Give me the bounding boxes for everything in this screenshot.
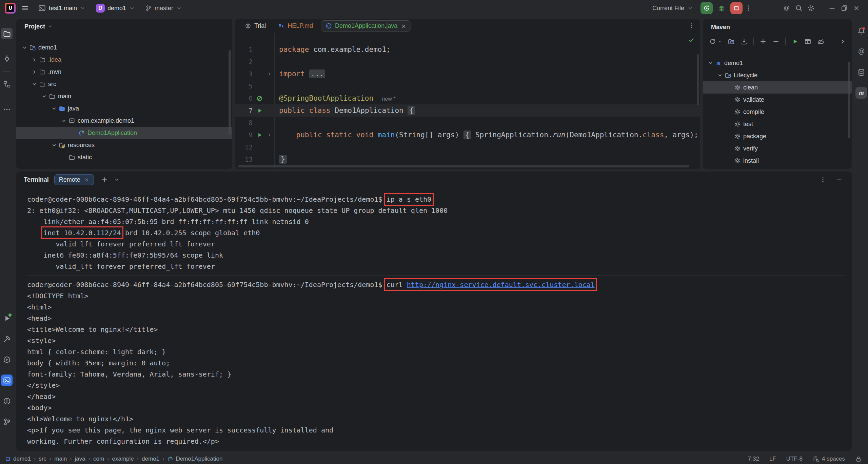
breadcrumb-item-demo1[interactable]: demo1 <box>5 456 31 462</box>
tool-build-button[interactable] <box>1 333 13 345</box>
terminal-type-dropdown[interactable] <box>112 175 122 185</box>
maven-item-validate[interactable]: validate <box>703 94 852 106</box>
project-item-java[interactable]: java <box>16 102 232 115</box>
tool-structure-button[interactable] <box>1 78 13 90</box>
maven-item-compile[interactable]: compile <box>703 106 852 118</box>
tab-options-button[interactable] <box>688 22 695 29</box>
execute-goal-icon[interactable] <box>804 38 811 45</box>
window-minimize-button[interactable] <box>826 2 838 14</box>
add-icon[interactable] <box>760 38 767 45</box>
project-item-demo1application[interactable]: Demo1Application <box>16 127 232 139</box>
maven-item-package[interactable]: package <box>703 130 852 142</box>
terminal-tab-remote[interactable]: Remote <box>54 174 94 185</box>
more-actions-button[interactable] <box>743 2 755 14</box>
fold-toggle[interactable] <box>267 71 272 77</box>
code-area[interactable]: 1package com.example.demo1;23import ...5… <box>235 33 700 168</box>
tool-services-button[interactable] <box>1 354 13 365</box>
maven-item-lifecycle[interactable]: Lifecycle <box>703 69 852 81</box>
maven-item-clean[interactable]: clean <box>703 81 852 94</box>
settings-button[interactable] <box>805 2 817 14</box>
rerun-button[interactable] <box>701 2 713 14</box>
vcs-branch-widget[interactable]: master <box>142 3 185 14</box>
editor-hscrollbar[interactable] <box>238 165 689 167</box>
file-encoding[interactable]: UTF-8 <box>786 456 803 462</box>
fold-toggle[interactable] <box>267 132 272 138</box>
project-item-demo1[interactable]: demo1 <box>16 41 232 54</box>
tool-run-button[interactable] <box>1 312 13 324</box>
run-gutter-button[interactable] <box>256 132 263 138</box>
devcontainer-widget[interactable]: D demo1 <box>93 2 138 15</box>
window-close-button[interactable] <box>850 2 863 14</box>
tool-vcs-button[interactable] <box>1 416 13 427</box>
maven-item-install[interactable]: install <box>703 155 852 167</box>
caret-position[interactable]: 7:32 <box>748 456 759 462</box>
chevron-down-icon[interactable] <box>718 39 722 43</box>
editor-tab-demo1application-java[interactable]: Demo1Application.java <box>321 20 411 32</box>
tool-maven-button[interactable] <box>855 87 867 99</box>
breadcrumb-item-demo1[interactable]: demo1 <box>142 456 159 462</box>
project-panel-header[interactable]: Project <box>16 19 232 34</box>
maven-item-test[interactable]: test <box>703 118 852 130</box>
maven-item-verify[interactable]: verify <box>703 142 852 155</box>
tool-terminal-button[interactable] <box>1 375 13 386</box>
project-scrollbar[interactable] <box>229 50 231 135</box>
terminal-line: <head> <box>27 313 852 324</box>
stop-button[interactable] <box>730 2 743 14</box>
project-item-main[interactable]: main <box>16 90 232 102</box>
window-restore-button[interactable] <box>838 2 850 14</box>
reload-projects-icon[interactable] <box>728 38 735 45</box>
close-icon[interactable] <box>84 177 89 182</box>
search-everywhere-button[interactable] <box>793 2 805 14</box>
terminal-line: <title>Welcome to nginx!</title> <box>27 324 852 335</box>
breadcrumb-item-com[interactable]: com <box>93 456 104 462</box>
hide-terminal-button[interactable] <box>834 175 844 185</box>
tool-commit-button[interactable] <box>1 53 13 64</box>
terminal-options-button[interactable] <box>818 175 828 185</box>
terminal-output[interactable]: coder@coder-008b6cac-8949-46ff-84a4-a2bf… <box>16 188 852 447</box>
editor-tab-trial[interactable]: Trial <box>240 20 270 32</box>
tool-project-button[interactable] <box>1 28 13 39</box>
project-item--mvn[interactable]: .mvn <box>16 66 232 78</box>
debug-button[interactable] <box>715 2 728 14</box>
tool-problems-button[interactable] <box>1 395 13 407</box>
breadcrumb-item-demo1application[interactable]: Demo1Application <box>167 456 222 462</box>
remove-icon[interactable] <box>772 38 780 45</box>
inspections-ok-icon[interactable] <box>688 37 695 43</box>
project-item--idea[interactable]: .idea <box>16 54 232 66</box>
new-terminal-button[interactable] <box>99 175 110 185</box>
maven-scrollbar[interactable] <box>848 62 850 138</box>
maven-item-demo1[interactable]: demo1 <box>703 57 852 69</box>
tool-more-button[interactable] <box>1 103 13 115</box>
terminal-link[interactable]: http://nginx-service.default.svc.cluster… <box>407 281 595 289</box>
refresh-icon[interactable] <box>709 38 716 45</box>
run-goal-icon[interactable] <box>791 38 798 45</box>
project-item-src[interactable]: src <box>16 78 232 90</box>
offline-mode-icon[interactable] <box>817 38 824 45</box>
spring-bean-gutter-icon[interactable] <box>256 95 263 102</box>
editor-tab-help-md[interactable]: HELP.md <box>274 20 317 32</box>
lock-open-icon[interactable] <box>855 456 862 462</box>
run-gutter-button[interactable] <box>256 107 263 114</box>
download-sources-icon[interactable] <box>741 38 748 45</box>
chevron-down-icon <box>687 5 694 12</box>
tool-ai-chat-button[interactable] <box>855 46 867 57</box>
main-menu-button[interactable] <box>19 2 31 14</box>
tool-notifications-button[interactable] <box>855 25 867 37</box>
project-item-com-example-demo1[interactable]: com.example.demo1 <box>16 115 232 127</box>
run-configuration-selector[interactable]: Current File <box>649 3 697 14</box>
tool-database-button[interactable] <box>855 66 867 78</box>
right-tool-stripe <box>854 16 868 454</box>
breadcrumb-item-example[interactable]: example <box>112 456 134 462</box>
project-item-resources[interactable]: resources <box>16 139 232 151</box>
project-widget[interactable]: test1.main <box>35 2 89 14</box>
indent-setting[interactable]: 4 spaces <box>813 456 845 462</box>
chevron-right-icon[interactable] <box>839 38 846 45</box>
breadcrumb-item-java[interactable]: java <box>75 456 85 462</box>
editor-vscrollbar[interactable] <box>697 54 699 105</box>
breadcrumb-item-src[interactable]: src <box>39 456 46 462</box>
tab-close-button[interactable] <box>400 23 406 29</box>
ai-assistant-button[interactable] <box>781 2 793 14</box>
line-separator[interactable]: LF <box>769 456 776 462</box>
project-item-static[interactable]: static <box>16 151 232 163</box>
breadcrumb-item-main[interactable]: main <box>54 456 67 462</box>
